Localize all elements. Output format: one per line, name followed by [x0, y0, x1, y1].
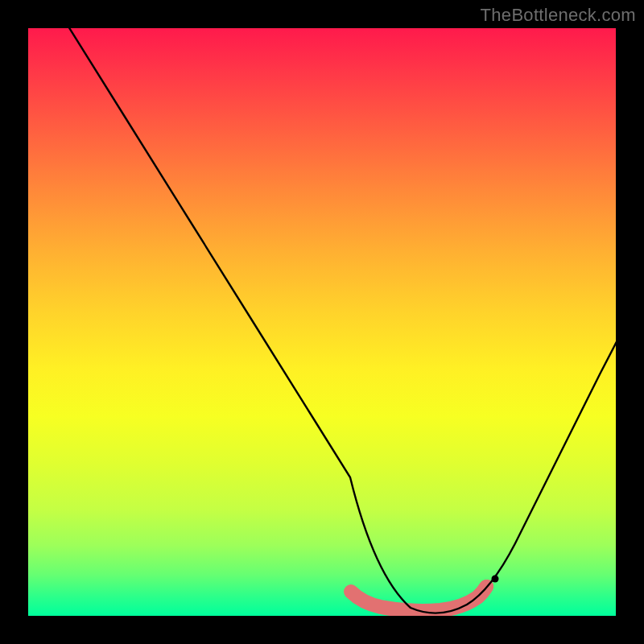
- chart-frame: TheBottleneck.com: [0, 0, 644, 644]
- optimal-range-highlight: [351, 587, 486, 611]
- plot-area: [28, 28, 616, 616]
- watermark-text: TheBottleneck.com: [481, 5, 636, 26]
- bottleneck-curve: [64, 28, 616, 613]
- curve-marker-dot: [492, 576, 499, 583]
- curve-layer: [28, 28, 616, 616]
